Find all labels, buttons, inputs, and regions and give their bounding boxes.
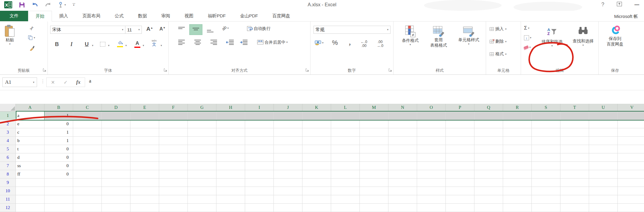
cell-M2[interactable] [360, 120, 388, 128]
cell-E5[interactable] [130, 145, 159, 153]
cell-L12[interactable] [331, 204, 360, 212]
column-header-V[interactable]: V [618, 104, 644, 112]
underline-button[interactable]: U [85, 41, 89, 48]
cell-M8[interactable] [360, 170, 388, 179]
cell-styles-button[interactable]: 单元格样式 ▾ [454, 25, 483, 45]
cell-M9[interactable] [360, 179, 388, 187]
cell-Q7[interactable] [474, 162, 503, 170]
column-header-T[interactable]: T [560, 104, 589, 112]
cell-U8[interactable] [589, 170, 618, 179]
cell-S5[interactable] [532, 145, 560, 153]
cell-Q5[interactable] [474, 145, 503, 153]
cell-U2[interactable] [589, 120, 618, 128]
fill-color-caret[interactable]: ▾ [125, 44, 127, 47]
cell-S2[interactable] [532, 120, 560, 128]
row-header-7[interactable]: 7 [0, 162, 16, 170]
cell-G2[interactable] [188, 120, 216, 128]
cell-C11[interactable] [73, 195, 102, 204]
cell-D9[interactable] [102, 179, 130, 187]
column-header-M[interactable]: M [360, 104, 388, 112]
cell-V5[interactable] [618, 145, 644, 153]
cell-K2[interactable] [302, 120, 331, 128]
cell-R1[interactable] [503, 112, 532, 120]
cell-O10[interactable] [417, 187, 446, 195]
cell-A7[interactable]: ss [16, 162, 44, 170]
column-header-I[interactable]: I [245, 104, 274, 112]
cell-C2[interactable] [73, 120, 102, 128]
cell-R2[interactable] [503, 120, 532, 128]
cell-K10[interactable] [302, 187, 331, 195]
cell-N12[interactable] [388, 204, 417, 212]
column-header-P[interactable]: P [446, 104, 474, 112]
cell-P11[interactable] [446, 195, 474, 204]
column-header-J[interactable]: J [274, 104, 302, 112]
cell-D11[interactable] [102, 195, 130, 204]
row-header-5[interactable]: 5 [0, 145, 16, 153]
cell-T5[interactable] [560, 145, 589, 153]
cell-V11[interactable] [618, 195, 644, 204]
cell-T4[interactable] [560, 137, 589, 145]
cell-D7[interactable] [102, 162, 130, 170]
cell-E4[interactable] [130, 137, 159, 145]
cell-F6[interactable] [159, 153, 188, 162]
cell-J10[interactable] [274, 187, 302, 195]
cell-P4[interactable] [446, 137, 474, 145]
tab-formulas[interactable]: 公式 [107, 11, 131, 21]
cell-K1[interactable] [302, 112, 331, 120]
cell-U7[interactable] [589, 162, 618, 170]
cell-V9[interactable] [618, 179, 644, 187]
column-header-R[interactable]: R [503, 104, 532, 112]
tab-file[interactable]: 文件 [0, 11, 28, 21]
increase-indent-icon[interactable] [240, 39, 248, 46]
cell-E8[interactable] [130, 170, 159, 179]
cell-B1[interactable]: 1 [44, 112, 73, 120]
cell-U5[interactable] [589, 145, 618, 153]
cell-B5[interactable]: 0 [44, 145, 73, 153]
cell-E12[interactable] [130, 204, 159, 212]
cell-I1[interactable] [245, 112, 274, 120]
cell-I7[interactable] [245, 162, 274, 170]
alignment-dialog-launcher-icon[interactable] [306, 67, 309, 73]
cell-E7[interactable] [130, 162, 159, 170]
cell-J4[interactable] [274, 137, 302, 145]
cell-P6[interactable] [446, 153, 474, 162]
number-dialog-launcher-icon[interactable] [389, 67, 392, 73]
shrink-font-button[interactable]: A▼ [159, 26, 165, 32]
row-header-11[interactable]: 11 [0, 195, 16, 204]
row-header-2[interactable]: 2 [0, 120, 16, 128]
cell-R5[interactable] [503, 145, 532, 153]
row-header-4[interactable]: 4 [0, 137, 16, 145]
cell-T1[interactable] [560, 112, 589, 120]
cell-F1[interactable] [159, 112, 188, 120]
align-center-icon[interactable] [194, 39, 202, 46]
cell-V12[interactable] [618, 204, 644, 212]
cell-K4[interactable] [302, 137, 331, 145]
cell-Q11[interactable] [474, 195, 503, 204]
cell-K8[interactable] [302, 170, 331, 179]
cell-T3[interactable] [560, 128, 589, 137]
cell-I12[interactable] [245, 204, 274, 212]
cell-Q10[interactable] [474, 187, 503, 195]
cell-V7[interactable] [618, 162, 644, 170]
row-header-6[interactable]: 6 [0, 153, 16, 162]
cell-L10[interactable] [331, 187, 360, 195]
italic-button[interactable]: I [70, 41, 73, 48]
cut-icon[interactable]: ✂ [28, 25, 36, 32]
cell-P10[interactable] [446, 187, 474, 195]
cell-D4[interactable] [102, 137, 130, 145]
cell-B11[interactable] [44, 195, 73, 204]
column-header-F[interactable]: F [159, 104, 188, 112]
cell-L9[interactable] [331, 179, 360, 187]
clear-button[interactable]: ▾ [524, 46, 531, 49]
cell-A10[interactable] [16, 187, 44, 195]
name-box[interactable]: A1 ▾ [2, 77, 37, 87]
cell-I6[interactable] [245, 153, 274, 162]
paste-button[interactable]: 粘贴 ▾ [5, 25, 15, 45]
help-icon[interactable]: ? [601, 1, 604, 8]
cell-G4[interactable] [188, 137, 216, 145]
cell-L3[interactable] [331, 128, 360, 137]
cell-T8[interactable] [560, 170, 589, 179]
format-cells-button[interactable]: 格式▾ [490, 51, 507, 57]
cell-S7[interactable] [532, 162, 560, 170]
column-header-G[interactable]: G [188, 104, 216, 112]
